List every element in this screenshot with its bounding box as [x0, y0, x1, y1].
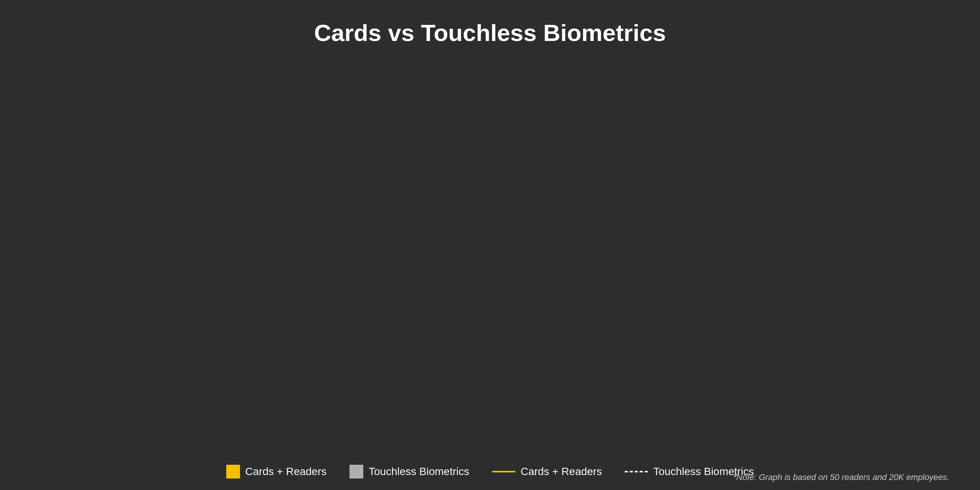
svg-text:$0: $0	[69, 421, 73, 433]
legend-item-cards-bars: Cards + Readers	[226, 466, 327, 480]
svg-rect-24	[365, 418, 388, 427]
legend-color-biometrics-line	[625, 472, 648, 474]
svg-text:$160: $160	[69, 136, 73, 147]
svg-text:$20: $20	[69, 385, 73, 397]
footnote: *Note: Graph is based on 50 readers and …	[733, 472, 949, 482]
svg-text:Year 10: Year 10	[836, 437, 873, 449]
svg-rect-23	[283, 418, 306, 427]
svg-rect-29	[774, 418, 797, 427]
legend-color-cards-bar	[226, 466, 240, 480]
y-axis-right: ThousandsTotal Investment (Lines)	[903, 62, 957, 459]
legend-label-cards-bar: Cards + Readers	[245, 467, 327, 479]
legend-color-cards-line	[492, 472, 515, 474]
svg-text:Year 8: Year 8	[676, 437, 706, 449]
svg-text:$500: $500	[900, 166, 903, 178]
chart-title: Cards vs Touchless Biometrics	[314, 19, 666, 46]
plot-area: Year 1Year 2Year 3Year 4Year 5Year 6Year…	[69, 62, 903, 459]
chart-inner: ThousandsAnnual Cost (Bars) Year 1Year 2…	[23, 62, 957, 459]
svg-text:$100: $100	[69, 243, 73, 254]
svg-text:Year 9: Year 9	[758, 437, 788, 449]
svg-rect-25	[447, 418, 470, 427]
svg-text:$200: $200	[69, 64, 73, 75]
svg-rect-21	[119, 165, 142, 427]
svg-text:Year 2: Year 2	[184, 437, 215, 449]
svg-text:$40: $40	[69, 350, 73, 361]
svg-text:Year 4: Year 4	[348, 437, 379, 449]
svg-rect-22	[201, 418, 224, 427]
svg-text:$140: $140	[69, 171, 73, 183]
svg-text:$60: $60	[69, 314, 73, 325]
svg-text:$0: $0	[900, 421, 903, 433]
legend-item-biometrics-bars: Touchless Biometrics	[350, 466, 469, 480]
svg-text:$80: $80	[69, 278, 73, 290]
svg-rect-30	[856, 418, 879, 427]
svg-rect-26	[529, 418, 552, 427]
svg-text:Year 1: Year 1	[102, 437, 133, 449]
svg-rect-18	[666, 343, 689, 427]
svg-text:Year 5: Year 5	[430, 437, 461, 449]
svg-text:Year 3: Year 3	[266, 437, 297, 449]
svg-text:$600: $600	[900, 115, 903, 126]
chart-area: ThousandsAnnual Cost (Bars) Year 1Year 2…	[23, 62, 957, 484]
legend-label-biometrics-bar: Touchless Biometrics	[369, 467, 469, 479]
svg-rect-17	[585, 343, 608, 427]
svg-text:$700: $700	[900, 64, 903, 75]
svg-rect-16	[503, 343, 526, 427]
svg-text:$120: $120	[69, 207, 73, 218]
chart-svg: Year 1Year 2Year 3Year 4Year 5Year 6Year…	[69, 62, 903, 459]
svg-rect-11	[93, 124, 116, 427]
svg-text:Year 7: Year 7	[594, 437, 624, 449]
legend-color-biometrics-bar	[350, 466, 363, 480]
svg-rect-13	[257, 343, 280, 427]
legend-label-cards-line: Cards + Readers	[521, 467, 602, 479]
svg-rect-12	[175, 343, 198, 427]
svg-rect-14	[339, 343, 362, 427]
legend-item-cards-line: Cards + Readers	[492, 467, 602, 479]
svg-rect-19	[748, 343, 771, 427]
svg-text:Year 6: Year 6	[512, 437, 542, 449]
svg-rect-15	[421, 343, 444, 427]
svg-text:$200: $200	[900, 319, 903, 330]
svg-rect-27	[611, 418, 634, 427]
y-axis-left: ThousandsAnnual Cost (Bars)	[23, 62, 69, 459]
svg-text:$180: $180	[69, 100, 73, 111]
svg-rect-28	[693, 418, 715, 427]
chart-container: Cards vs Touchless Biometrics ThousandsA…	[0, 0, 980, 490]
svg-text:$100: $100	[900, 370, 903, 382]
svg-rect-20	[830, 343, 853, 427]
